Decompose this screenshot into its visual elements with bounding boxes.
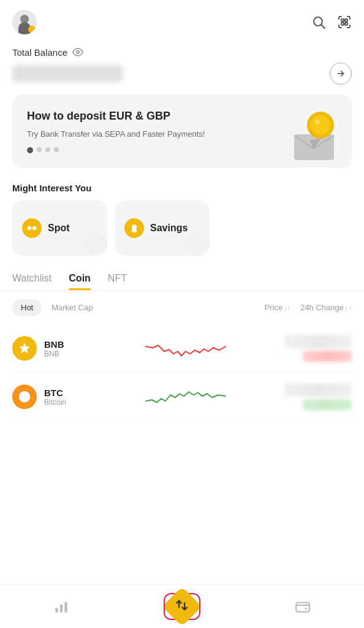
header-icons	[311, 15, 352, 29]
svg-point-11	[28, 226, 32, 231]
filter-24h-change[interactable]: 24h Change ↓↑	[300, 303, 352, 312]
table-row[interactable]: BTC Bitcoin	[12, 373, 352, 421]
bottom-nav	[0, 584, 364, 628]
svg-point-10	[315, 120, 320, 124]
spot-watermark	[77, 225, 107, 256]
chart-bar-icon	[53, 598, 70, 615]
balance-label-row: Total Balance	[12, 47, 352, 58]
table-row[interactable]: BNB BNB	[12, 324, 352, 373]
svg-rect-17	[60, 604, 63, 612]
scan-icon[interactable]	[337, 15, 352, 29]
svg-point-12	[32, 226, 37, 231]
coin-list: BNB BNB BTC Bitcoin	[0, 324, 364, 421]
filter-hot[interactable]: Hot	[12, 299, 42, 316]
bnb-change-blurred	[303, 351, 352, 362]
savings-label: Savings	[150, 223, 188, 234]
spot-icon	[22, 218, 42, 238]
balance-value-blurred	[12, 65, 123, 82]
btc-name: Bitcoin	[44, 398, 93, 407]
dot-3	[45, 147, 50, 152]
section-title: Might Interest You	[0, 180, 364, 201]
btc-price-col	[278, 383, 352, 410]
svg-point-20	[305, 607, 306, 609]
bnb-chart	[100, 333, 271, 364]
nav-wallet[interactable]	[282, 593, 324, 620]
btc-chart	[100, 381, 271, 412]
bnb-price-col	[278, 335, 352, 362]
tab-coin[interactable]: Coin	[69, 273, 91, 290]
filter-market-cap[interactable]: Market Cap	[51, 303, 93, 312]
convert-diamond-shape	[162, 586, 202, 626]
banner-card[interactable]: How to deposit EUR & GBP Try Bank Transf…	[12, 94, 352, 168]
svg-rect-16	[56, 608, 58, 613]
nav-home[interactable]	[40, 593, 82, 620]
tabs-row: Watchlist Coin NFT	[12, 273, 352, 290]
svg-point-13	[132, 224, 137, 229]
svg-marker-15	[19, 343, 30, 353]
tab-watchlist[interactable]: Watchlist	[12, 273, 51, 290]
bnb-icon	[12, 336, 37, 361]
btc-chart-svg	[146, 383, 226, 411]
svg-line-1	[322, 25, 325, 29]
svg-rect-2	[341, 19, 344, 21]
balance-row	[12, 63, 352, 85]
btc-symbol: BTC	[44, 388, 93, 398]
btc-change-blurred	[303, 399, 352, 410]
btc-info: BTC Bitcoin	[44, 388, 93, 407]
svg-rect-3	[345, 19, 347, 21]
nav-convert[interactable]	[164, 593, 200, 620]
banner-text: How to deposit EUR & GBP Try Bank Transf…	[27, 109, 205, 153]
bnb-info: BNB BNB	[44, 339, 93, 358]
dot-2	[37, 147, 42, 152]
dot-1	[27, 147, 33, 153]
balance-section: Total Balance	[0, 42, 364, 94]
avatar[interactable]	[12, 10, 37, 34]
tab-nft[interactable]: NFT	[108, 273, 127, 290]
svg-rect-19	[296, 602, 309, 611]
balance-arrow-button[interactable]	[330, 63, 352, 85]
filter-price[interactable]: Price ↓↑	[265, 303, 291, 312]
convert-arrows-icon	[175, 598, 189, 615]
bnb-symbol: BNB	[44, 339, 93, 350]
convert-icon	[173, 598, 191, 615]
btc-price-blurred	[284, 383, 352, 397]
svg-rect-18	[65, 602, 67, 612]
svg-point-9	[311, 115, 330, 135]
search-icon[interactable]	[311, 15, 326, 29]
savings-icon	[124, 218, 144, 238]
price-sort-arrows: ↓↑	[284, 304, 290, 312]
banner-illustration	[288, 107, 337, 156]
tabs-section: Watchlist Coin NFT	[0, 268, 364, 291]
balance-label-text: Total Balance	[12, 47, 67, 58]
banner-illustration-svg	[288, 107, 343, 162]
bnb-price-blurred	[284, 335, 352, 348]
dot-4	[54, 147, 59, 152]
svg-rect-4	[341, 23, 344, 25]
avatar-badge	[28, 26, 36, 33]
bnb-name: BNB	[44, 350, 93, 358]
change-sort-arrows: ↓↑	[345, 304, 352, 312]
filter-row: Hot Market Cap Price ↓↑ 24h Change ↓↑	[0, 291, 364, 324]
banner-title: How to deposit EUR & GBP	[27, 109, 205, 123]
header	[0, 0, 364, 42]
savings-card[interactable]: Savings	[115, 201, 210, 256]
svg-rect-14	[132, 229, 137, 232]
spot-card[interactable]: Spot	[12, 201, 107, 256]
spot-label: Spot	[48, 223, 70, 234]
svg-point-6	[77, 51, 80, 54]
bnb-chart-svg	[146, 334, 226, 362]
banner-subtitle: Try Bank Transfer via SEPA and Faster Pa…	[27, 129, 205, 140]
svg-rect-5	[345, 23, 347, 25]
btc-icon	[12, 385, 37, 409]
eye-icon[interactable]	[72, 47, 83, 58]
wallet-icon	[294, 598, 311, 615]
interest-scroll: Spot Savings	[0, 201, 364, 268]
